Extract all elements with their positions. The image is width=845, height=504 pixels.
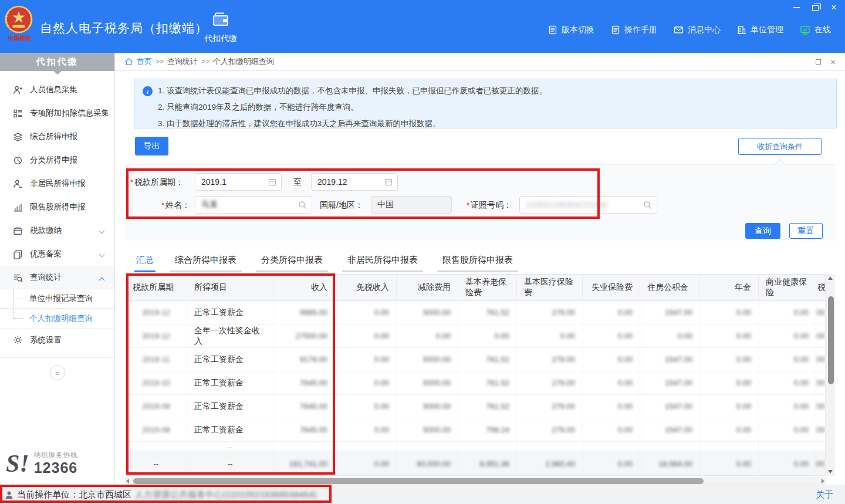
sidebar-item-comprehensive-income[interactable]: 综合所得申报 — [0, 125, 114, 148]
scroll-up-arrow-icon[interactable] — [828, 276, 833, 280]
about-link[interactable]: 关于 — [816, 489, 833, 500]
search-icon[interactable] — [643, 201, 652, 209]
col-header-annuity: 年金 — [700, 275, 759, 300]
menu-unit-management[interactable]: 单位管理 — [737, 25, 783, 35]
horizontal-scrollbar[interactable] — [125, 477, 826, 485]
cell-commercial-health: 0.00 — [759, 348, 816, 371]
tab[interactable]: 分类所得申报表 — [256, 251, 328, 272]
table-row[interactable]: 2019-09 正常工资薪金 7645.00 0.00 5000.00 761.… — [126, 395, 825, 418]
cell-period: 2019-09 — [126, 395, 187, 418]
scroll-down-arrow-icon[interactable] — [828, 470, 833, 473]
sidebar-item-nonresident-income[interactable]: 非居民所得申报 — [0, 172, 114, 195]
name-value-redacted: 马某 — [201, 199, 298, 210]
document-icon — [548, 25, 557, 35]
calendar-icon[interactable] — [268, 178, 276, 186]
cell-period: 2019-10 — [126, 371, 187, 394]
list-icon — [13, 109, 23, 119]
cell-income-item: 正常工资薪金 — [187, 301, 273, 324]
total-housing-fund: 18,564.00 — [640, 451, 700, 476]
total-pension: 8,991.36 — [458, 451, 517, 476]
tab[interactable]: 非居民所得申报表 — [342, 251, 423, 272]
sidebar-item-label: 非居民所得申报 — [30, 178, 86, 189]
table-row[interactable]: 2019-08 正常工资薪金 7645.00 0.00 5000.00 798.… — [126, 418, 825, 442]
sidebar-item-label: 税款缴纳 — [30, 225, 62, 236]
close-button[interactable]: × — [827, 2, 840, 13]
module-tab-daikou[interactable]: 代扣代缴 — [198, 11, 243, 44]
layers-icon — [13, 132, 23, 142]
home-icon[interactable] — [124, 57, 133, 66]
sidebar-item-query-statistics[interactable]: 查询统计 — [0, 266, 114, 289]
sidebar-item-label: 优惠备案 — [30, 249, 62, 259]
cell-medical: 279.00 — [517, 418, 583, 441]
id-number-input[interactable]: 110502199304221846 — [519, 196, 657, 214]
sidebar-subitem-unit-declare-query[interactable]: 单位申报记录查询 — [0, 289, 114, 309]
summary-table: 税款所属期 所得项目 收入 免税收入 减除费用 基本养老保险费 基本医疗保险费 … — [125, 274, 826, 476]
tax-bureau-logo: 中国税务 — [4, 5, 36, 42]
menu-version-switch[interactable]: 版本切换 — [548, 25, 594, 35]
sidebar-item-personnel-info[interactable]: 人员信息采集 — [0, 78, 114, 102]
export-button[interactable]: 导出 — [135, 137, 168, 155]
required-marker: * — [130, 178, 133, 187]
tab[interactable]: 汇总 — [134, 251, 156, 272]
cell-housing-fund: 0.00 — [640, 324, 700, 347]
sidebar-item-special-deduction[interactable]: 专项附加扣除信息采集 — [0, 102, 114, 125]
breadcrumb-separator: >> — [156, 57, 164, 66]
name-input[interactable]: 马某 — [195, 196, 312, 214]
scroll-left-arrow-icon[interactable] — [126, 479, 129, 483]
minimize-button[interactable] — [790, 2, 803, 13]
close-tab-icon[interactable]: × — [830, 57, 836, 66]
reset-button[interactable]: 重置 — [789, 223, 823, 239]
table-row[interactable]: 2019-10 正常工资薪金 7645.00 0.00 5000.00 761.… — [126, 371, 825, 395]
vertical-scrollbar-thumb[interactable] — [828, 296, 834, 384]
period-to-input[interactable]: 2019.12 — [311, 173, 398, 191]
total-medical: 2,960.40 — [517, 451, 583, 476]
cell-commercial-health: 0.00 — [759, 418, 816, 441]
sidebar-item-preferential-record[interactable]: 优惠备案 — [0, 242, 114, 266]
module-tab-label: 代扣代缴 — [198, 33, 243, 44]
cell-taxfree: 0.00 — [335, 395, 397, 418]
cell-housing-fund: 1547.00 — [640, 348, 700, 371]
sidebar-item-restricted-shares[interactable]: 限售股所得申报 — [0, 195, 114, 219]
sidebar-item-label: 专项附加扣除信息采集 — [30, 108, 109, 119]
cell-housing-fund: 1547.00 — [640, 371, 700, 394]
restore-button[interactable] — [809, 2, 822, 13]
sidebar-item-system-settings[interactable]: 系统设置 — [0, 328, 114, 351]
cell-taxfree: 0.00 — [335, 348, 397, 371]
table-row-clipped: .. — [126, 442, 825, 451]
sidebar-item-classified-income[interactable]: 分类所得申报 — [0, 148, 114, 172]
sidebar-subitem-personal-withholding-query[interactable]: 个人扣缴明细查询 — [0, 309, 114, 328]
menu-online-status[interactable]: 在线 — [800, 25, 831, 35]
table-row[interactable]: 2019-12 全年一次性奖金收入 27500.00 0.00 0.00 0.0… — [126, 324, 825, 348]
horizontal-scrollbar-thumb[interactable] — [133, 478, 704, 484]
sidebar-collapse-area: « — [0, 357, 114, 380]
menu-manual[interactable]: 操作手册 — [611, 25, 657, 35]
table-row[interactable]: 2019-12 正常工资薪金 9985.00 0.00 5000.00 761.… — [126, 301, 825, 324]
bar-chart-icon — [13, 202, 23, 212]
cell-pension: 761.52 — [458, 348, 517, 371]
sidebar-collapse-button[interactable]: « — [50, 365, 65, 380]
table-row[interactable]: 2019-11 正常工资薪金 9178.00 0.00 5000.00 761.… — [126, 348, 825, 371]
sidebar-item-label: 分类所得申报 — [30, 155, 77, 165]
status-bar: 当前操作单位：北京市西城区 人力资源公共服务中心(110105219368538… — [0, 485, 845, 504]
menu-message-center[interactable]: 消息中心 — [674, 25, 721, 35]
app-title: 自然人电子税务局（扣缴端） — [40, 20, 208, 36]
breadcrumb-home[interactable]: 首页 — [137, 56, 152, 67]
collapse-query-conditions-button[interactable]: 收折查询条件 — [738, 138, 822, 155]
scroll-right-arrow-icon[interactable] — [822, 479, 824, 483]
organization-icon — [737, 25, 746, 35]
vertical-scrollbar[interactable] — [826, 274, 835, 476]
cell-pension: 761.52 — [458, 395, 517, 418]
col-header-deduction: 减除费用 — [397, 275, 458, 300]
sidebar-subitem-label: 个人扣缴明细查询 — [29, 313, 93, 324]
cell-deduction: 5000.00 — [397, 395, 458, 418]
tab[interactable]: 综合所得申报表 — [170, 251, 242, 272]
maximize-tab-icon[interactable] — [816, 59, 821, 65]
calendar-icon[interactable] — [384, 178, 393, 186]
total-item: -- — [187, 451, 273, 476]
tab[interactable]: 限售股所得申报表 — [437, 251, 518, 272]
cell-commercial-health: 0.00 — [759, 301, 816, 324]
search-icon[interactable] — [298, 201, 307, 209]
period-from-input[interactable]: 2019.1 — [195, 173, 282, 191]
sidebar-item-tax-payment[interactable]: 税款缴纳 — [0, 219, 114, 242]
search-button[interactable]: 查询 — [745, 223, 780, 239]
